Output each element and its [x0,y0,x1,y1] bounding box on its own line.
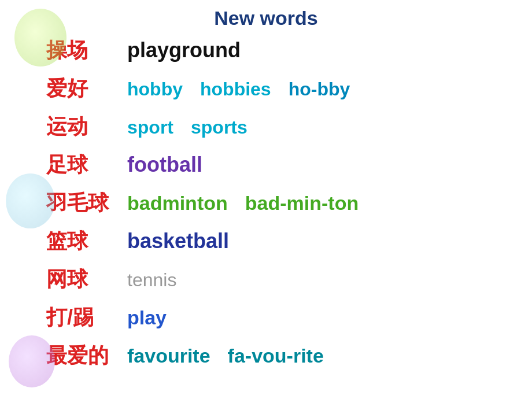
english-words: tennis [127,269,176,291]
vocab-row: 篮球basketball [46,227,532,260]
english-word: badminton [127,192,228,215]
vocab-row: 运动sportsports [46,113,532,145]
english-word: fa-vou-rite [228,345,324,367]
chinese-word: 网球 [46,265,110,294]
chinese-word: 运动 [46,113,110,141]
english-word: favourite [127,345,210,367]
english-word: football [127,153,202,177]
chinese-word: 篮球 [46,227,110,256]
english-word: sport [127,117,173,138]
english-word: ho-bby [289,79,350,100]
chinese-word: 打/踢 [46,304,110,332]
english-word: basketball [127,229,229,253]
vocab-row: 最爱的favouritefa-vou-rite [46,342,532,374]
english-words: favouritefa-vou-rite [127,345,324,367]
chinese-word: 足球 [46,151,110,179]
english-words: playground [127,38,241,62]
english-word: hobbies [200,79,271,100]
vocab-row: 网球tennis [46,265,532,298]
english-word: hobby [127,79,183,100]
english-words: basketball [127,229,229,253]
vocab-table: 操场playground爱好hobbyhobbiesho-bby运动sports… [46,36,532,374]
deco-balloon-purple [9,335,55,387]
vocab-row: 操场playground [46,36,532,69]
english-word: play [127,306,167,329]
english-words: play [127,306,167,329]
chinese-word: 爱好 [46,75,110,103]
vocab-row: 足球football [46,151,532,183]
chinese-word: 羽毛球 [46,189,110,217]
english-words: football [127,153,202,177]
english-words: sportsports [127,117,247,138]
vocab-row: 爱好hobbyhobbiesho-bby [46,75,532,107]
english-word: sports [191,117,247,138]
vocab-row: 打/踢play [46,304,532,336]
deco-balloon-green [14,9,66,66]
chinese-word: 最爱的 [46,342,110,370]
deco-balloon-blue [6,173,55,228]
english-words: hobbyhobbiesho-bby [127,79,350,100]
english-word: tennis [127,269,176,291]
english-word: playground [127,38,241,62]
vocab-row: 羽毛球badmintonbad-min-ton [46,189,532,221]
page-title: New words [0,0,532,34]
english-word: bad-min-ton [245,192,359,215]
english-words: badmintonbad-min-ton [127,192,359,215]
